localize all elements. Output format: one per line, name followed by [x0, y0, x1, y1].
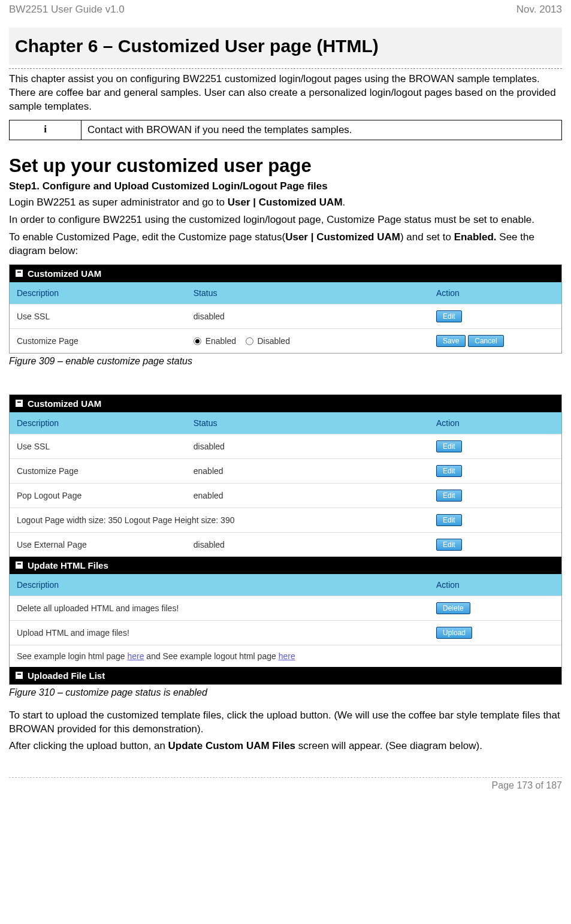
- table-row: Upload HTML and image files! Upload: [10, 620, 561, 645]
- divider: [9, 68, 562, 69]
- table-row: Use SSL disabled Edit: [10, 304, 561, 328]
- save-button[interactable]: Save: [436, 335, 466, 347]
- table-row: Use External Page disabled Edit: [10, 532, 561, 557]
- strong-text: Update Custom UAM Files: [168, 740, 296, 751]
- cell-desc: Delete all uploaded HTML and images file…: [10, 597, 429, 619]
- example-logout-link[interactable]: here: [279, 651, 295, 661]
- figure-310: Customized UAM Description Status Action…: [9, 394, 562, 685]
- paragraph: After clicking the upload button, an Upd…: [9, 739, 562, 753]
- info-box: i Contact with BROWAN if you need the te…: [9, 120, 562, 140]
- strong-text: Enabled.: [454, 231, 497, 243]
- radio-enabled[interactable]: [194, 337, 201, 345]
- cancel-button[interactable]: Cancel: [468, 335, 503, 347]
- panel-title: Customized UAM: [28, 268, 101, 279]
- panel-icon: [16, 400, 23, 407]
- paragraph: In order to configure BW2251 using the c…: [9, 213, 562, 227]
- cell-desc: See example login html page here and See…: [10, 645, 429, 667]
- col-header: Description: [10, 282, 186, 304]
- step-title: Step1. Configure and Upload Customized L…: [9, 180, 562, 192]
- text: and See example logout html page: [144, 651, 278, 661]
- cell-action: Save Cancel: [429, 329, 561, 353]
- cell-status: disabled: [186, 436, 429, 457]
- panel-header: Uploaded File List: [10, 667, 561, 684]
- panel-header: Update HTML Files: [10, 557, 561, 574]
- cell-desc: Customize Page: [10, 330, 186, 352]
- table-row: Customize Page Enabled Disabled Save Can…: [10, 328, 561, 353]
- strong-text: User | Customized UAM: [228, 197, 343, 208]
- table-row: Customize Page enabled Edit: [10, 458, 561, 483]
- page-footer: Page 173 of 187: [9, 780, 562, 791]
- table-row: Logout Page width size: 350 Logout Page …: [10, 508, 561, 532]
- col-header: Description: [10, 412, 186, 434]
- edit-button[interactable]: Edit: [436, 310, 462, 322]
- cell-status: Enabled Disabled: [186, 330, 429, 352]
- cell-status: disabled: [186, 306, 429, 327]
- cell-desc: Use SSL: [10, 306, 186, 327]
- radio-label: Disabled: [257, 336, 289, 346]
- edit-button[interactable]: Edit: [436, 440, 462, 452]
- col-header: Action: [429, 412, 561, 434]
- upload-button[interactable]: Upload: [436, 627, 472, 639]
- section-title: Set up your customized user page: [9, 155, 562, 177]
- cell-status: disabled: [186, 534, 429, 555]
- paragraph: To start to upload the customized templa…: [9, 709, 562, 736]
- col-header: Action: [429, 574, 561, 596]
- text: .: [343, 197, 346, 208]
- panel-title: Customized UAM: [28, 398, 101, 409]
- text: To enable Customized Page, edit the Cust…: [9, 231, 285, 243]
- text: screen will appear. (See diagram below).: [295, 740, 482, 751]
- figure-caption: Figure 309 – enable customize page statu…: [9, 356, 562, 367]
- text: See example login html page: [17, 651, 127, 661]
- table-header: Description Status Action: [10, 282, 561, 304]
- cell-status: enabled: [186, 460, 429, 482]
- edit-button[interactable]: Edit: [436, 514, 462, 526]
- panel-header: Customized UAM: [10, 265, 561, 282]
- intro-paragraph: This chapter assist you on configuring B…: [9, 73, 562, 114]
- table-row: Pop Logout Page enabled Edit: [10, 483, 561, 508]
- table-row: Delete all uploaded HTML and images file…: [10, 596, 561, 620]
- info-icon: i: [10, 120, 81, 140]
- edit-button[interactable]: Edit: [436, 465, 462, 477]
- text: ) and set to: [400, 231, 454, 243]
- radio-disabled[interactable]: [246, 337, 253, 345]
- example-login-link[interactable]: here: [127, 651, 144, 661]
- cell-status: enabled: [186, 485, 429, 506]
- strong-text: User | Customized UAM: [285, 231, 400, 243]
- delete-button[interactable]: Delete: [436, 602, 470, 614]
- figure-309: Customized UAM Description Status Action…: [9, 264, 562, 354]
- chapter-title: Chapter 6 – Customized User page (HTML): [9, 28, 562, 65]
- cell-desc: Pop Logout Page: [10, 485, 186, 506]
- table-row: See example login html page here and See…: [10, 645, 561, 667]
- panel-header: Customized UAM: [10, 395, 561, 412]
- table-header: Description Status Action: [10, 412, 561, 434]
- panel-icon: [16, 561, 23, 569]
- table-header: Description Action: [10, 574, 561, 596]
- panel-icon: [16, 672, 23, 679]
- info-text: Contact with BROWAN if you need the temp…: [81, 120, 562, 140]
- doc-header: BW2251 User Guide v1.0 Nov. 2013: [9, 0, 562, 28]
- cell-desc: Logout Page width size: 350 Logout Page …: [10, 509, 429, 531]
- col-header: Status: [186, 412, 429, 434]
- edit-button[interactable]: Edit: [436, 539, 462, 551]
- header-right: Nov. 2013: [516, 4, 562, 16]
- footer-divider: [9, 777, 562, 778]
- panel-title: Update HTML Files: [28, 560, 108, 570]
- cell-desc: Use SSL: [10, 436, 186, 457]
- header-left: BW2251 User Guide v1.0: [9, 4, 125, 16]
- panel-title: Uploaded File List: [28, 671, 105, 681]
- col-header: Action: [429, 282, 561, 304]
- cell-action: Edit: [429, 304, 561, 328]
- edit-button[interactable]: Edit: [436, 490, 462, 502]
- panel-icon: [16, 270, 23, 277]
- col-header: Description: [10, 574, 429, 596]
- figure-caption: Figure 310 – customize page status is en…: [9, 687, 562, 698]
- text: After clicking the upload button, an: [9, 740, 168, 751]
- text: Login BW2251 as super administrator and …: [9, 197, 228, 208]
- cell-desc: Customize Page: [10, 460, 186, 482]
- cell-desc: Use External Page: [10, 534, 186, 555]
- paragraph: Login BW2251 as super administrator and …: [9, 196, 562, 210]
- cell-desc: Upload HTML and image files!: [10, 622, 429, 644]
- table-row: Use SSL disabled Edit: [10, 434, 561, 458]
- paragraph: To enable Customized Page, edit the Cust…: [9, 231, 562, 258]
- radio-label: Enabled: [206, 336, 236, 346]
